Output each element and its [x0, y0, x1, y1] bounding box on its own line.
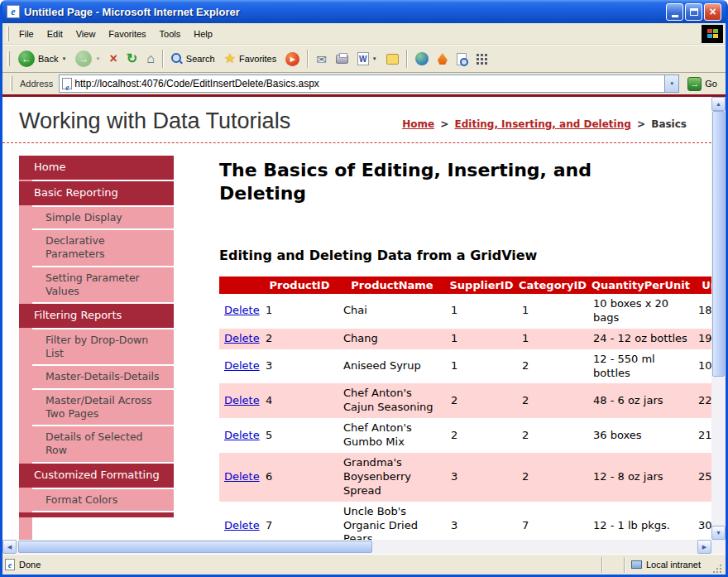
mail-button[interactable]: ✉ — [312, 50, 331, 68]
grid-cell: 2 — [517, 383, 588, 418]
delete-link[interactable]: Delete — [224, 304, 260, 316]
grid-cell: Uncle Bob's Organic Dried Pears — [338, 502, 446, 540]
forward-button[interactable]: → ▼ — [71, 48, 104, 70]
sidebar-item-home[interactable]: Home — [19, 156, 174, 180]
grid-cell: 30.0 — [693, 502, 711, 540]
vertical-scroll-thumb[interactable] — [712, 111, 725, 377]
sidebar-item-declarative-parameters[interactable]: Declarative Parameters — [32, 230, 174, 266]
scroll-right-button[interactable]: ▶ — [697, 540, 711, 554]
menu-tools[interactable]: Tools — [153, 26, 188, 42]
discuss-button[interactable] — [382, 51, 403, 67]
grid-cell: 1 — [517, 329, 588, 349]
grid-cell: 12 - 550 ml bottles — [588, 349, 693, 384]
edit-button[interactable]: W ▼ — [353, 50, 381, 68]
page-title: The Basics of Editing, Inserting, and De… — [219, 159, 637, 204]
sidebar-item-master-detail-across-two-pages[interactable]: Master/Detail Across Two Pages — [32, 390, 174, 426]
sidebar-item-simple-display[interactable]: Simple Display — [32, 207, 174, 228]
grid-icon — [476, 53, 487, 65]
home-button[interactable]: ⌂ — [142, 50, 159, 68]
maximize-button[interactable] — [685, 3, 702, 21]
sidebar-clipped-item — [19, 512, 174, 517]
delete-link[interactable]: Delete — [224, 359, 260, 372]
minimize-button[interactable] — [666, 3, 683, 21]
breadcrumb-home-link[interactable]: Home — [402, 118, 434, 130]
back-dropdown-icon[interactable]: ▼ — [61, 56, 66, 61]
stop-button[interactable]: × — [105, 50, 121, 68]
edit-dropdown-icon[interactable]: ▼ — [372, 56, 377, 61]
grid-cell: 48 - 6 oz jars — [588, 383, 693, 418]
close-icon: × — [709, 5, 716, 18]
close-button[interactable]: × — [704, 3, 721, 21]
chevron-down-icon: ▼ — [669, 81, 674, 86]
grid-cell: 2 — [517, 349, 588, 384]
delete-link[interactable]: Delete — [224, 519, 260, 531]
address-input[interactable] — [72, 78, 664, 89]
menu-file[interactable]: File — [12, 26, 41, 42]
sidebar-item-master-details-details[interactable]: Master-Details-Details — [32, 366, 174, 387]
discuss-icon — [386, 54, 399, 65]
horizontal-scroll-thumb[interactable] — [18, 541, 372, 553]
grid-cell: 2 — [446, 418, 517, 453]
browser-content: Working with Data Tutorials Home > Editi… — [2, 97, 726, 554]
refresh-button[interactable]: ↻ — [122, 50, 141, 68]
scroll-up-button[interactable]: ▲ — [711, 97, 726, 111]
sidebar-item-filter-by-dropdown-list[interactable]: Filter by Drop-Down List — [32, 329, 174, 365]
addon-grid-button[interactable] — [472, 50, 491, 67]
print-button[interactable] — [332, 52, 352, 66]
grid-cell: Delete — [219, 383, 261, 418]
menubar-grip[interactable] — [7, 26, 9, 41]
address-dropdown-button[interactable]: ▼ — [664, 75, 678, 92]
grid-cell: 6 — [261, 453, 338, 502]
status-pane: e Done — [5, 559, 597, 570]
horizontal-scroll-track[interactable] — [17, 540, 697, 554]
menu-edit[interactable]: Edit — [41, 26, 69, 42]
grid-cell: 1 — [517, 294, 588, 329]
go-button[interactable]: → Go — [683, 75, 721, 93]
globe-icon — [415, 52, 429, 65]
search-button[interactable]: Search — [167, 50, 219, 67]
menu-view[interactable]: View — [69, 26, 103, 42]
sidebar-item-setting-parameter-values[interactable]: Setting Parameter Values — [32, 267, 174, 303]
back-button[interactable]: ← Back ▼ — [14, 48, 70, 70]
vertical-scrollbar[interactable]: ▲ ▼ — [711, 97, 726, 540]
horizontal-scrollbar[interactable]: ◀ ▶ — [2, 540, 711, 554]
menu-help[interactable]: Help — [187, 26, 219, 42]
delete-link[interactable]: Delete — [224, 332, 260, 344]
sidebar-item-details-of-selected-row[interactable]: Details of Selected Row — [32, 426, 174, 462]
toolbar-grip[interactable] — [7, 51, 10, 66]
breadcrumb-section-link[interactable]: Editing, Inserting, and Deleting — [455, 118, 631, 130]
grid-cell: 12 - 1 lb pkgs. — [588, 502, 693, 540]
sidebar-item-basic-reporting[interactable]: Basic Reporting — [19, 181, 174, 205]
addon-globe-button[interactable] — [411, 50, 433, 68]
grid-cell: 2 — [517, 418, 588, 453]
scroll-left-button[interactable]: ◀ — [2, 540, 17, 554]
favorites-button[interactable]: ★ Favorites — [220, 50, 281, 68]
sidebar-item-format-colors[interactable]: Format Colors — [32, 489, 174, 511]
grid-header: SupplierID — [446, 276, 517, 294]
media-button[interactable]: ▶ — [281, 50, 304, 69]
delete-link[interactable]: Delete — [224, 429, 260, 441]
addon-research-button[interactable] — [453, 50, 471, 68]
scroll-down-button[interactable]: ▼ — [711, 526, 726, 540]
addon-flame-button[interactable] — [433, 50, 452, 67]
grid-cell: 36 boxes — [588, 418, 693, 453]
sidebar-item-filtering-reports[interactable]: Filtering Reports — [19, 304, 174, 328]
grid-cell: 5 — [261, 418, 338, 453]
sidebar-item-customized-formatting[interactable]: Customized Formatting — [19, 464, 174, 488]
vertical-scroll-track[interactable] — [711, 111, 726, 526]
grid-cell: 1 — [446, 294, 517, 329]
delete-link[interactable]: Delete — [224, 394, 260, 406]
grid-row: Delete 2 Chang 1 1 24 - 12 oz bottles 19… — [219, 329, 711, 349]
section-heading: Editing and Deleting Data from a GridVie… — [219, 248, 711, 263]
breadcrumb-current: Basics — [651, 118, 687, 130]
grid-row: Delete 7 Uncle Bob's Organic Dried Pears… — [219, 502, 711, 540]
standard-toolbar: ← Back ▼ → ▼ × ↻ ⌂ Search ★ Favorites ▶ … — [2, 45, 726, 73]
menu-favorites[interactable]: Favorites — [102, 26, 152, 42]
breadcrumb: Home > Editing, Inserting, and Deleting … — [402, 108, 687, 134]
delete-link[interactable]: Delete — [224, 470, 260, 483]
grid-row: Delete 1 Chai 1 1 10 boxes x 20 bags 18.… — [219, 294, 711, 329]
grid-header: ProductID — [261, 276, 338, 294]
arrow-up-icon: ▲ — [716, 101, 721, 107]
addressbar-grip[interactable] — [10, 76, 12, 91]
resize-grip[interactable] — [711, 563, 723, 575]
